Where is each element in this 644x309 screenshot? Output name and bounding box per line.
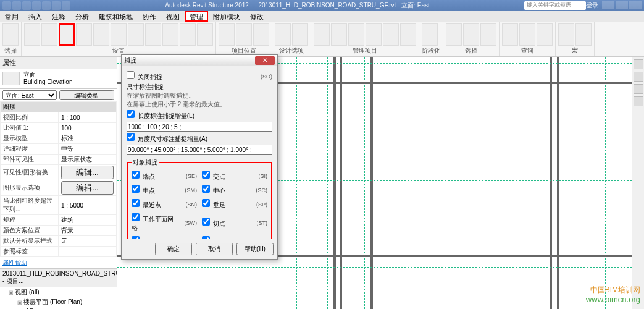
- tab[interactable]: 协作: [138, 11, 161, 22]
- help-button[interactable]: 帮助(H): [236, 243, 274, 255]
- angle-increment-checkbox[interactable]: 角度尺寸标注捕捉增量(A): [127, 133, 272, 143]
- ribbon-icon[interactable]: [537, 23, 553, 46]
- ribbon-icon[interactable]: [558, 23, 574, 46]
- quick-access-toolbar: [2, 1, 70, 10]
- ribbon-icon[interactable]: [446, 23, 462, 46]
- edit-button[interactable]: 编辑...: [61, 181, 114, 195]
- tab[interactable]: 修改: [245, 11, 269, 22]
- angle-increment-input[interactable]: [127, 145, 272, 154]
- ribbon-icon[interactable]: [366, 23, 382, 46]
- snap-checkbox[interactable]: 交点: [202, 171, 248, 181]
- ribbon-icon[interactable]: [111, 23, 127, 46]
- edit-button[interactable]: 编辑...: [61, 166, 114, 179]
- nav-pan-icon[interactable]: [634, 84, 643, 94]
- ribbon-icon[interactable]: [314, 23, 330, 46]
- qat-icon[interactable]: [12, 1, 21, 10]
- ribbon-icon[interactable]: [93, 23, 109, 46]
- snap-checkbox[interactable]: 切点: [202, 218, 248, 228]
- login-link[interactable]: 登录: [586, 1, 598, 10]
- nav-wheel-icon[interactable]: [634, 72, 643, 82]
- left-palettes: 属性 立面Building Elevation 立面: East 编辑类型 图形…: [0, 57, 117, 309]
- cancel-button[interactable]: 取消: [196, 243, 233, 255]
- prop-row[interactable]: 比例值 1:100: [1, 123, 117, 133]
- snap-checkbox[interactable]: 工作平面网格: [132, 213, 177, 232]
- qat-icon[interactable]: [42, 1, 51, 10]
- ribbon-icon[interactable]: [219, 23, 235, 46]
- minimize-button[interactable]: [602, 1, 614, 9]
- properties-help-link[interactable]: 属性帮助: [0, 257, 117, 268]
- qat-icon[interactable]: [52, 1, 61, 10]
- ribbon-icon[interactable]: [331, 23, 347, 46]
- snap-checkbox[interactable]: 中点: [132, 185, 177, 195]
- qat-icon[interactable]: [22, 1, 31, 10]
- tree-floorplan[interactable]: 楼层平面 (Floor Plan): [17, 297, 117, 307]
- ribbon-icon[interactable]: [76, 23, 92, 46]
- modify-icon[interactable]: [2, 23, 19, 46]
- prop-row[interactable]: 规程建筑: [1, 215, 117, 226]
- tab-manage[interactable]: 管理: [185, 11, 208, 22]
- ribbon-icon[interactable]: [292, 23, 308, 46]
- ribbon-icon[interactable]: [575, 23, 592, 46]
- tab[interactable]: 注释: [47, 11, 70, 22]
- ribbon-icon[interactable]: [275, 23, 291, 46]
- group-label: 阶段化: [422, 46, 440, 55]
- nav-zoom-icon[interactable]: [634, 96, 643, 106]
- tab[interactable]: 建筑和场地: [94, 11, 138, 22]
- snaps-icon[interactable]: [59, 23, 75, 46]
- prop-row[interactable]: 图形显示选项编辑...: [1, 180, 117, 196]
- type-selector[interactable]: 立面Building Elevation: [0, 69, 117, 89]
- tab[interactable]: 常用: [0, 11, 23, 22]
- ribbon-icon[interactable]: [480, 23, 496, 46]
- tab[interactable]: 分析: [70, 11, 94, 22]
- snap-checkbox[interactable]: 中心: [202, 185, 248, 195]
- ribbon-icon[interactable]: [162, 23, 178, 46]
- qat-icon[interactable]: [32, 1, 41, 10]
- tab[interactable]: 附加模块: [208, 11, 245, 22]
- ribbon-icon[interactable]: [400, 23, 416, 46]
- ribbon-icon[interactable]: [253, 23, 269, 46]
- prop-row[interactable]: 可见性/图形替换编辑...: [1, 165, 117, 180]
- dialog-titlebar[interactable]: 捕捉 ✕: [122, 55, 277, 66]
- tab[interactable]: 视图: [161, 11, 185, 22]
- dialog-close-button[interactable]: ✕: [255, 56, 275, 65]
- prop-row[interactable]: 视图比例1 : 100: [1, 112, 117, 123]
- prop-row[interactable]: 参照标签: [1, 247, 117, 257]
- ribbon-icon[interactable]: [502, 23, 518, 46]
- ribbon-icon[interactable]: [41, 23, 57, 46]
- prop-row[interactable]: 当比例粗略度超过下列...1 : 5000: [1, 196, 117, 215]
- ribbon-icon[interactable]: [463, 23, 479, 46]
- ribbon-icon[interactable]: [24, 23, 40, 46]
- maximize-button[interactable]: [616, 1, 628, 9]
- length-increment-input[interactable]: [127, 122, 272, 132]
- help-search[interactable]: 键入关键字或短语: [524, 1, 586, 10]
- ribbon-icon[interactable]: [236, 23, 252, 46]
- snaps-dialog: 捕捉 ✕ 关闭捕捉(SO) 尺寸标注捕捉 在缩放视图时调整捕捉。 在屏幕上使用小…: [121, 54, 278, 260]
- snap-checkbox[interactable]: 最近点: [132, 199, 177, 210]
- nav-home-icon[interactable]: [634, 59, 643, 69]
- qat-icon[interactable]: [62, 1, 70, 10]
- ok-button[interactable]: 确定: [155, 243, 192, 255]
- instance-selector[interactable]: 立面: East: [2, 90, 57, 100]
- qat-icon[interactable]: [2, 1, 11, 10]
- prop-row[interactable]: 详细程度中等: [1, 144, 117, 154]
- prop-row[interactable]: 显示模型标准: [1, 133, 117, 144]
- edit-type-button[interactable]: 编辑类型: [59, 90, 115, 100]
- ribbon-icon[interactable]: [348, 23, 364, 46]
- ribbon-icon[interactable]: [422, 23, 438, 46]
- prop-row[interactable]: 默认分析显示样式无: [1, 236, 117, 247]
- ribbon-icon[interactable]: [145, 23, 161, 46]
- prop-row[interactable]: 部件可见性显示原状态: [1, 154, 117, 165]
- close-button[interactable]: [629, 1, 642, 9]
- tab[interactable]: 插入: [23, 11, 47, 22]
- ribbon-icon[interactable]: [197, 23, 213, 46]
- ribbon-icon[interactable]: [519, 23, 535, 46]
- ribbon-icon[interactable]: [383, 23, 399, 46]
- snap-checkbox[interactable]: 端点: [132, 171, 177, 181]
- snap-checkbox[interactable]: 垂足: [202, 199, 248, 210]
- ribbon-icon[interactable]: [180, 23, 196, 46]
- tree-root[interactable]: 视图 (all): [9, 287, 117, 297]
- snap-off-checkbox[interactable]: 关闭捕捉: [127, 71, 253, 82]
- prop-row[interactable]: 颜色方案位置背景: [1, 226, 117, 236]
- ribbon-icon[interactable]: [128, 23, 144, 46]
- length-increment-checkbox[interactable]: 长度标注捕捉增量(L): [127, 110, 272, 121]
